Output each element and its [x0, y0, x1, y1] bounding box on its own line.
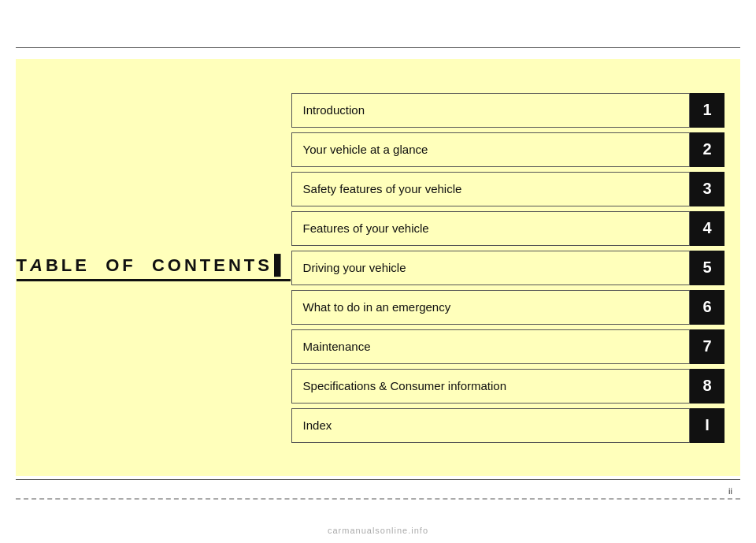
toc-item-number: 4	[690, 211, 724, 246]
toc-row[interactable]: What to do in an emergency6	[291, 290, 724, 325]
toc-item-number: 2	[690, 132, 724, 167]
toc-item-number: I	[690, 408, 724, 443]
toc-row[interactable]: Your vehicle at a glance2	[291, 132, 724, 167]
left-panel: TABLE OF CONTENTS▌	[16, 59, 291, 476]
main-content: TABLE OF CONTENTS▌ Introduction1Your veh…	[16, 59, 740, 476]
toc-item-label: Introduction	[291, 93, 690, 128]
toc-row[interactable]: Specifications & Consumer information8	[291, 369, 724, 404]
toc-item-label: Safety features of your vehicle	[291, 172, 690, 206]
toc-row[interactable]: Safety features of your vehicle3	[291, 172, 724, 206]
toc-title: TABLE OF CONTENTS▌	[17, 254, 291, 281]
dashed-divider	[16, 498, 740, 500]
toc-item-number: 6	[690, 290, 724, 325]
toc-item-label: Features of your vehicle	[291, 211, 690, 246]
top-divider	[16, 47, 740, 48]
toc-item-label: Specifications & Consumer information	[291, 369, 690, 404]
toc-item-label: What to do in an emergency	[291, 290, 690, 325]
toc-item-label: Your vehicle at a glance	[291, 132, 690, 167]
page-number: ii	[728, 486, 732, 496]
bottom-divider	[16, 479, 740, 480]
toc-item-number: 1	[690, 93, 724, 128]
toc-item-number: 3	[690, 172, 724, 206]
watermark: carmanualsonline.info	[328, 526, 428, 535]
toc-item-label: Driving your vehicle	[291, 251, 690, 285]
toc-row[interactable]: IndexI	[291, 408, 724, 443]
toc-row[interactable]: Maintenance7	[291, 329, 724, 364]
right-panel: Introduction1Your vehicle at a glance2Sa…	[291, 77, 740, 459]
toc-item-number: 8	[690, 369, 724, 404]
toc-item-number: 7	[690, 329, 724, 364]
toc-item-label: Index	[291, 408, 690, 443]
toc-item-label: Maintenance	[291, 329, 690, 364]
toc-row[interactable]: Features of your vehicle4	[291, 211, 724, 246]
toc-row[interactable]: Driving your vehicle5	[291, 251, 724, 285]
toc-item-number: 5	[690, 251, 724, 285]
toc-row[interactable]: Introduction1	[291, 93, 724, 128]
